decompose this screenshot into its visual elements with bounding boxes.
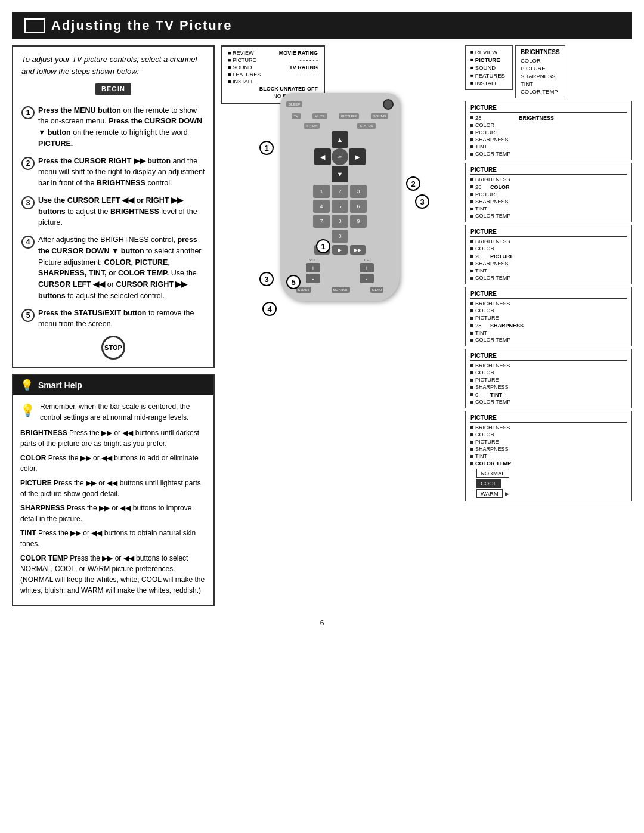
step-3-num: 3: [21, 196, 35, 209]
osd-colortemp1: COLOR TEMP: [475, 151, 510, 157]
power-btn[interactable]: [383, 99, 394, 110]
option-normal[interactable]: NORMAL: [476, 469, 509, 478]
sleep-btn[interactable]: SLEEP: [286, 101, 302, 107]
osd-p3-title: PICTURE: [470, 228, 627, 237]
smart-btn[interactable]: SMART: [296, 287, 311, 293]
ch-label: CH: [364, 258, 370, 262]
help-color: COLOR Press the ▶▶ or ◀◀ buttons to add …: [20, 453, 206, 474]
osd-color-row: 28 COLOR: [470, 184, 627, 190]
osd-color1: COLOR: [475, 122, 494, 128]
title-prefix: Adjusting the: [51, 18, 156, 33]
stop-badge: STOP: [101, 336, 125, 360]
bulb-icon: 💡: [20, 379, 33, 392]
osd-picture-label: PICTURE: [490, 253, 514, 259]
step-3-content: Use the CURSOR LEFT ◀◀ or RIGHT ▶▶ butto…: [38, 195, 205, 228]
number-pad: 1 2 3 4 5 6 7 8 9 0: [313, 185, 367, 243]
btn-9[interactable]: 9: [350, 215, 367, 228]
main-menu-panel: ■REVIEW ■PICTURE ■SOUND ■FEATURES ■INSTA…: [465, 45, 513, 90]
remote-control: SLEEP TV MUTE PICTURE SOUND FP ON STATUS: [280, 93, 400, 301]
step-1: 1 Press the MENU button on the remote to…: [21, 105, 205, 150]
btn-5[interactable]: 5: [332, 200, 348, 213]
osd-picture6: PICTURE: [475, 439, 499, 445]
btn-3[interactable]: 3: [350, 185, 367, 198]
btn-6[interactable]: 6: [350, 200, 367, 213]
help-tint: TINT Press the ▶▶ or ◀◀ buttons to obtai…: [20, 528, 206, 549]
osd-panel-picture: PICTURE BRIGHTNESS COLOR 28 PICTURE SHAR…: [465, 225, 632, 284]
bottom-btns: SMART MONITOR MENU: [286, 287, 394, 293]
cursor-up-btn[interactable]: ▲: [332, 131, 348, 148]
callout-4: 4: [262, 302, 277, 316]
step-3: 3 Use the CURSOR LEFT ◀◀ or RIGHT ▶▶ but…: [21, 195, 205, 228]
osd-tint2: TINT: [475, 206, 487, 212]
help-sharpness: SHARPNESS Press the ▶▶ or ◀◀ buttons to …: [20, 503, 206, 524]
cursor-pad: ▲ ◀ OK ▶ ▼: [314, 131, 366, 182]
step-1-num: 1: [21, 106, 35, 119]
ch-control: CH + -: [360, 258, 374, 283]
menu-btn[interactable]: MENU: [370, 287, 383, 293]
sub-picture: PICTURE: [521, 65, 560, 72]
osd-panel-colortemp: PICTURE BRIGHTNESS COLOR PICTURE SHARPNE…: [465, 411, 632, 501]
osd-panel-brightness: PICTURE 28 BRIGHTNESS COLOR PICTURE SHAR…: [465, 101, 632, 160]
fwd-btn[interactable]: ▶▶: [350, 245, 366, 255]
osd-p5-title: PICTURE: [470, 352, 627, 361]
title-suffix: Picture: [175, 18, 233, 33]
callout-3b: 3: [259, 272, 274, 286]
fp-on-btn[interactable]: FP ON: [304, 123, 320, 129]
callout-1b: 1: [316, 239, 330, 253]
cursor-right-btn[interactable]: ▶: [349, 148, 366, 165]
page-title: Adjusting the TV Picture: [51, 18, 232, 33]
callout-2: 2: [406, 176, 420, 191]
play-btn[interactable]: ▶: [332, 245, 348, 255]
menu-panels-row1: ■REVIEW ■PICTURE ■SOUND ■FEATURES ■INSTA…: [465, 45, 632, 98]
osd-brightness6: BRIGHTNESS: [475, 425, 510, 431]
btn-0[interactable]: 0: [332, 230, 348, 243]
menu-review: REVIEW: [475, 49, 497, 55]
cursor-down-btn[interactable]: ▼: [332, 166, 348, 182]
help-brightness: BRIGHTNESS Press the ▶▶ or ◀◀ buttons un…: [20, 428, 206, 449]
step-5: 5 Press the STATUS/EXIT button to remove…: [21, 308, 205, 330]
step-2-num: 2: [21, 157, 35, 170]
osd-brightness-value: BRIGHTNESS: [519, 115, 554, 121]
ch-up-btn[interactable]: +: [360, 263, 374, 272]
tv-btn[interactable]: TV: [292, 113, 301, 119]
osd-color-label: COLOR: [490, 184, 510, 190]
vol-down-btn[interactable]: -: [306, 274, 320, 283]
left-column: To adjust your TV picture controls, sele…: [12, 45, 215, 606]
btn-8[interactable]: 8: [332, 215, 348, 228]
step-4-content: After adjusting the BRIGHTNESS control, …: [38, 234, 205, 302]
vol-up-btn[interactable]: +: [306, 263, 320, 272]
monitor-btn[interactable]: MONITOR: [332, 287, 351, 293]
option-warm-btn[interactable]: WARM: [476, 489, 503, 498]
option-cool[interactable]: COOL: [476, 479, 501, 488]
cursor-center-btn[interactable]: OK: [332, 148, 348, 165]
smart-help-header: 💡 Smart Help: [13, 375, 213, 395]
btn-4[interactable]: 4: [313, 200, 330, 213]
ch-down-btn[interactable]: -: [360, 274, 374, 283]
playback-row: ◀◀ ▶ ▶▶: [286, 245, 394, 255]
main-layout: To adjust your TV picture controls, sele…: [12, 45, 632, 606]
btn-2[interactable]: 2: [332, 185, 348, 198]
picture-submenu: BRIGHTNESS COLOR PICTURE SHARPNESS TINT …: [515, 45, 565, 98]
sub-color-temp: COLOR TEMP: [521, 88, 560, 95]
osd-color5: COLOR: [475, 370, 494, 376]
sub-color: COLOR: [521, 57, 560, 64]
osd-brightness-row: 28 BRIGHTNESS: [470, 114, 627, 121]
sound-btn[interactable]: SOUND: [371, 113, 389, 119]
cursor-left-btn[interactable]: ◀: [314, 148, 331, 165]
osd-panel-sharpness: PICTURE BRIGHTNESS COLOR PICTURE 28 SHAR…: [465, 287, 632, 346]
menu-picture: PICTURE: [475, 57, 500, 63]
picture-btn[interactable]: PICTURE: [339, 113, 359, 119]
osd-sharpness-val: 28: [475, 322, 488, 329]
osd-colortemp6: COLOR TEMP: [475, 460, 511, 466]
status-btn[interactable]: STATUS: [357, 123, 376, 129]
osd-sharpness-label: SHARPNESS: [490, 323, 524, 329]
osd-picture-row: 28 PICTURE: [470, 253, 627, 259]
btn-1[interactable]: 1: [313, 185, 330, 198]
mute-btn[interactable]: MUTE: [312, 113, 327, 119]
help-color-temp: COLOR TEMP Press the ▶▶ or ◀◀ buttons to…: [20, 553, 206, 596]
osd-picture5: PICTURE: [475, 377, 499, 383]
btn-7[interactable]: 7: [313, 215, 330, 228]
osd-brightness3: BRIGHTNESS: [475, 239, 510, 244]
vol-ch-row: VOL + - CH + -: [286, 258, 394, 283]
osd-tint3: TINT: [475, 268, 487, 274]
